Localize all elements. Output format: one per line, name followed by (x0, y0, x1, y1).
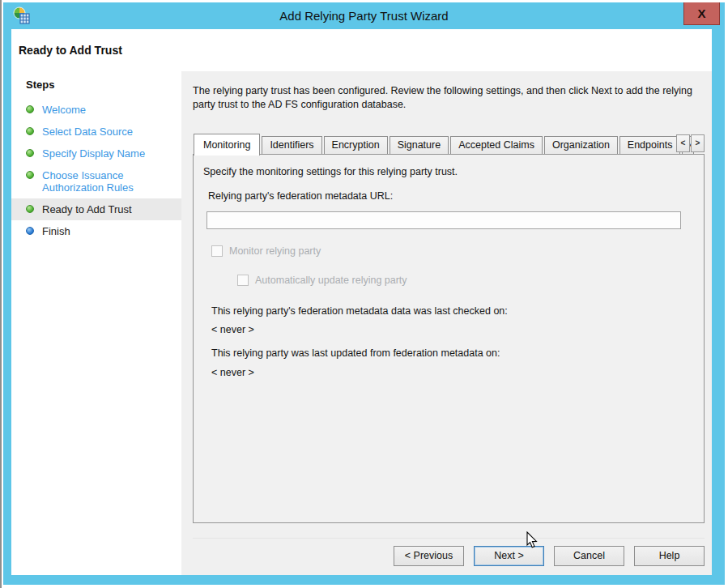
step-completed-icon (26, 127, 34, 135)
step-label: Finish (42, 225, 70, 237)
step-label: Welcome (42, 104, 86, 116)
help-button[interactable]: Help (634, 546, 705, 566)
last-checked-label: This relying party's federation metadata… (211, 305, 508, 317)
step-welcome: Welcome (11, 99, 181, 121)
wizard-dialog: Ready to Add Trust Steps Welcome Select … (11, 29, 712, 575)
steps-sidebar: Steps Welcome Select Data Source Specify… (11, 71, 181, 575)
step-label: Ready to Add Trust (42, 203, 132, 215)
checkbox-unchecked-icon (237, 275, 249, 286)
step-specify-display-name: Specify Display Name (11, 143, 181, 164)
tab-signature[interactable]: Signature (390, 136, 449, 155)
checkbox-label: Automatically update relying party (255, 275, 407, 286)
checkbox-label: Monitor relying party (229, 245, 321, 257)
step-label: Select Data Source (42, 126, 133, 138)
window-titlebar[interactable]: Add Relying Party Trust Wizard X (3, 2, 725, 29)
screen: Add Relying Party Trust Wizard X Ready t… (0, 0, 728, 588)
monitor-relying-party-checkbox: Monitor relying party (211, 245, 321, 257)
tab-identifiers[interactable]: Identifiers (262, 136, 321, 155)
monitoring-instruction: Specify the monitoring settings for this… (203, 166, 458, 177)
main-content: The relying party trust has been configu… (181, 71, 712, 575)
last-updated-label: This relying party was last updated from… (211, 347, 500, 359)
step-label: Choose Issuance Authorization Rules (42, 169, 168, 194)
metadata-url-label: Relying party's federation metadata URL: (208, 190, 393, 202)
tab-scroll-left-button[interactable]: < (676, 134, 690, 152)
step-completed-icon (26, 205, 34, 213)
tab-strip: Monitoring Identifiers Encryption Signat… (193, 133, 705, 155)
window-title: Add Relying Party Trust Wizard (3, 9, 725, 23)
mouse-cursor (526, 531, 539, 552)
checkbox-unchecked-icon (211, 245, 223, 257)
step-label: Specify Display Name (42, 147, 145, 160)
previous-button[interactable]: < Previous (394, 546, 464, 566)
adfs-icon (13, 6, 31, 25)
wizard-window: Add Relying Party Trust Wizard X Ready t… (3, 2, 725, 585)
tab-organization[interactable]: Organization (544, 136, 618, 155)
wizard-button-bar: < Previous Next > Cancel Help (193, 538, 705, 566)
cancel-button[interactable]: Cancel (554, 546, 624, 566)
monitoring-tab-panel: Specify the monitoring settings for this… (193, 154, 705, 523)
auto-update-relying-party-checkbox: Automatically update relying party (237, 275, 407, 286)
step-choose-issuance-authorization-rules: Choose Issuance Authorization Rules (11, 164, 181, 198)
last-updated-value: < never > (211, 367, 254, 378)
step-completed-icon (26, 171, 34, 179)
step-ready-to-add-trust: Ready to Add Trust (11, 198, 181, 220)
tab-accepted-claims[interactable]: Accepted Claims (450, 136, 543, 155)
tab-scroll-right-button[interactable]: > (691, 134, 705, 152)
page-description: The relying party trust has been configu… (193, 84, 696, 112)
tab-endpoints[interactable]: Endpoints (619, 136, 681, 155)
step-completed-icon (26, 105, 34, 113)
tab-scroll-buttons: < > (675, 134, 705, 152)
last-checked-value: < never > (211, 324, 254, 335)
close-button[interactable]: X (683, 2, 720, 25)
step-finish: Finish (11, 220, 181, 242)
page-title: Ready to Add Trust (19, 44, 122, 57)
page-header: Ready to Add Trust (11, 29, 712, 71)
tab-encryption[interactable]: Encryption (324, 136, 388, 155)
metadata-url-input[interactable] (206, 211, 681, 229)
step-completed-icon (26, 149, 34, 157)
step-upcoming-icon (26, 227, 34, 235)
settings-tab-control: Monitoring Identifiers Encryption Signat… (193, 133, 705, 523)
step-select-data-source: Select Data Source (11, 121, 181, 143)
steps-heading: Steps (26, 79, 181, 91)
tab-monitoring[interactable]: Monitoring (194, 134, 260, 156)
